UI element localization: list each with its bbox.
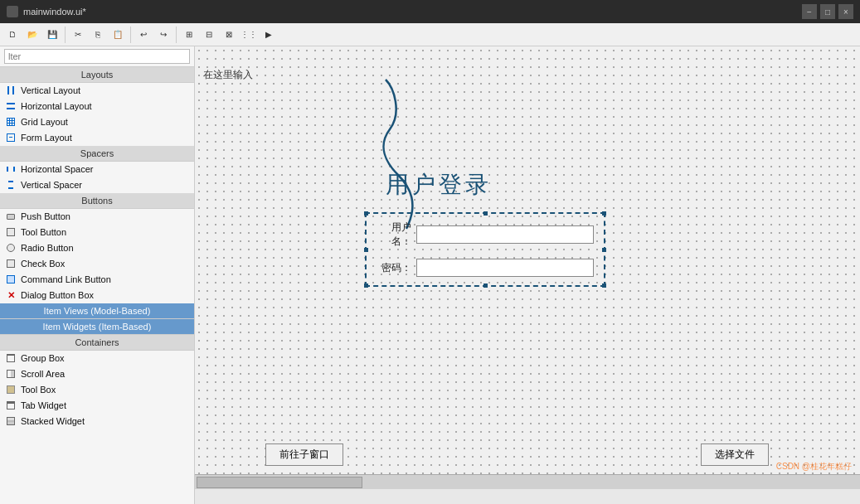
push-btn-icon bbox=[5, 211, 17, 222]
check-box-label: Check Box bbox=[21, 259, 65, 269]
command-link-button-label: Command Link Button bbox=[21, 274, 111, 284]
layout-v-icon bbox=[5, 85, 17, 96]
handle-bl bbox=[364, 284, 368, 288]
select-file-area: 选择文件 bbox=[701, 443, 769, 466]
layout-h-icon bbox=[5, 100, 17, 112]
group-box-label: Group Box bbox=[21, 353, 65, 363]
vertical-spacer-label: Vertical Spacer bbox=[21, 180, 82, 190]
sidebar-item-tab-widget[interactable]: Tab Widget bbox=[0, 398, 194, 414]
handle-bc bbox=[483, 284, 488, 288]
close-button[interactable]: × bbox=[838, 4, 853, 19]
handle-tl bbox=[364, 211, 368, 216]
section-item-widgets[interactable]: Item Widgets (Item-Based) bbox=[0, 319, 194, 335]
form-layout-label: Form Layout bbox=[21, 133, 72, 143]
sidebar-item-check-box[interactable]: Check Box bbox=[0, 256, 194, 272]
canvas-hint-text: 在这里输入 bbox=[203, 68, 253, 82]
handle-tr bbox=[602, 211, 606, 216]
toolbar-align-left[interactable]: ⊞ bbox=[180, 26, 198, 44]
scrollbar-thumb[interactable] bbox=[197, 477, 362, 488]
app-icon bbox=[7, 6, 18, 17]
vertical-layout-label: Vertical Layout bbox=[21, 85, 80, 95]
toolbar-copy[interactable]: ⎘ bbox=[89, 26, 107, 44]
sidebar-item-tool-box[interactable]: Tool Box bbox=[0, 382, 194, 398]
goto-subwindow-area: 前往子窗口 bbox=[265, 443, 343, 466]
filter-input[interactable] bbox=[4, 49, 190, 64]
scroll-icon bbox=[5, 368, 17, 380]
tab-icon bbox=[5, 400, 17, 411]
sidebar-item-horizontal-spacer[interactable]: Horizontal Spacer bbox=[0, 162, 194, 177]
sidebar-item-grid-layout[interactable]: Grid Layout bbox=[0, 114, 194, 130]
canvas-area[interactable]: 在这里输入 用户登录 用户名： bbox=[195, 46, 860, 504]
handle-tc bbox=[483, 211, 488, 216]
title-bar: mainwindow.ui* − □ × bbox=[0, 0, 860, 23]
toolbar-align-center[interactable]: ⊟ bbox=[200, 26, 218, 44]
sidebar-item-command-link-button[interactable]: Command Link Button bbox=[0, 272, 194, 288]
sidebar-item-dialog-button-box[interactable]: ✕ Dialog Button Box bbox=[0, 288, 194, 303]
sidebar-item-stacked-widget[interactable]: Stacked Widget bbox=[0, 414, 194, 429]
toolbar-save[interactable]: 💾 bbox=[43, 26, 61, 44]
stacked-widget-label: Stacked Widget bbox=[21, 416, 85, 426]
tool-box-label: Tool Box bbox=[21, 385, 56, 395]
sidebar-item-vertical-spacer[interactable]: Vertical Spacer bbox=[0, 177, 194, 193]
goto-subwindow-button[interactable]: 前往子窗口 bbox=[265, 443, 343, 466]
tab-widget-label: Tab Widget bbox=[21, 400, 66, 410]
toolbar-undo[interactable]: ↩ bbox=[134, 26, 153, 44]
maximize-button[interactable]: □ bbox=[820, 4, 835, 19]
horizontal-spacer-label: Horizontal Spacer bbox=[21, 164, 93, 174]
canvas-workspace[interactable]: 在这里输入 用户登录 用户名： bbox=[195, 46, 860, 489]
layout-form-icon bbox=[5, 132, 17, 143]
toolbar-cut[interactable]: ✂ bbox=[69, 26, 87, 44]
window-controls: − □ × bbox=[802, 4, 853, 19]
watermark: CSDN @桂花年糕仔 bbox=[776, 461, 852, 472]
toolbar-open[interactable]: 📂 bbox=[23, 26, 41, 44]
window-title: mainwindow.ui* bbox=[23, 7, 86, 17]
handle-mr bbox=[602, 248, 606, 252]
sidebar-item-vertical-layout[interactable]: Vertical Layout bbox=[0, 83, 194, 99]
password-label: 密码： bbox=[377, 261, 411, 275]
layout-grid-icon bbox=[5, 116, 17, 128]
select-file-button[interactable]: 选择文件 bbox=[701, 443, 769, 466]
push-button-label: Push Button bbox=[21, 211, 70, 221]
section-item-views[interactable]: Item Views (Model-Based) bbox=[0, 303, 194, 319]
toolbar-paste[interactable]: 📋 bbox=[109, 26, 127, 44]
password-input[interactable] bbox=[416, 259, 594, 277]
login-form-container[interactable]: 用户名： 密码： bbox=[365, 212, 605, 287]
left-panel: Layouts Vertical Layout Horizontal Layou… bbox=[0, 46, 195, 504]
username-label: 用户名： bbox=[377, 220, 411, 249]
radio-button-label: Radio Button bbox=[21, 243, 74, 253]
section-spacers: Spacers bbox=[0, 146, 194, 162]
handle-ml bbox=[364, 248, 368, 252]
sidebar-item-group-box[interactable]: Group Box bbox=[0, 351, 194, 366]
main-area: Layouts Vertical Layout Horizontal Layou… bbox=[0, 46, 860, 504]
toolbar-align-right[interactable]: ⊠ bbox=[220, 26, 238, 44]
username-input[interactable] bbox=[416, 225, 594, 244]
minimize-button[interactable]: − bbox=[802, 4, 817, 19]
x-mark-icon: ✕ bbox=[7, 290, 15, 301]
sidebar-item-form-layout[interactable]: Form Layout bbox=[0, 130, 194, 146]
checkbox-icon bbox=[5, 258, 17, 269]
toolbar-sep-1 bbox=[65, 27, 66, 43]
toolbox-icon bbox=[5, 384, 17, 395]
sidebar-item-push-button[interactable]: Push Button bbox=[0, 209, 194, 225]
toolbar-redo[interactable]: ↪ bbox=[154, 26, 172, 44]
grid-layout-label: Grid Layout bbox=[21, 117, 68, 127]
widget-tree: Layouts Vertical Layout Horizontal Layou… bbox=[0, 67, 194, 504]
toolbar-sep-2 bbox=[130, 27, 131, 43]
stacked-icon bbox=[5, 415, 17, 427]
toolbar-preview[interactable]: ▶ bbox=[260, 26, 278, 44]
sidebar-item-radio-button[interactable]: Radio Button bbox=[0, 240, 194, 256]
spacer-h-icon bbox=[5, 163, 17, 175]
toolbar: 🗋 📂 💾 ✂ ⎘ 📋 ↩ ↪ ⊞ ⊟ ⊠ ⋮⋮ ▶ bbox=[0, 23, 860, 46]
dialog-box-icon: ✕ bbox=[5, 289, 17, 301]
sidebar-item-scroll-area[interactable]: Scroll Area bbox=[0, 366, 194, 382]
toolbar-grid[interactable]: ⋮⋮ bbox=[240, 26, 258, 44]
toolbar-sep-3 bbox=[176, 27, 177, 43]
radio-icon bbox=[5, 242, 17, 254]
toolbar-new[interactable]: 🗋 bbox=[3, 26, 22, 44]
username-row: 用户名： bbox=[367, 214, 604, 252]
canvas-scrollbar[interactable] bbox=[195, 474, 860, 489]
scroll-area-label: Scroll Area bbox=[21, 369, 65, 379]
section-containers: Containers bbox=[0, 335, 194, 351]
sidebar-item-tool-button[interactable]: Tool Button bbox=[0, 225, 194, 240]
sidebar-item-horizontal-layout[interactable]: Horizontal Layout bbox=[0, 99, 194, 114]
